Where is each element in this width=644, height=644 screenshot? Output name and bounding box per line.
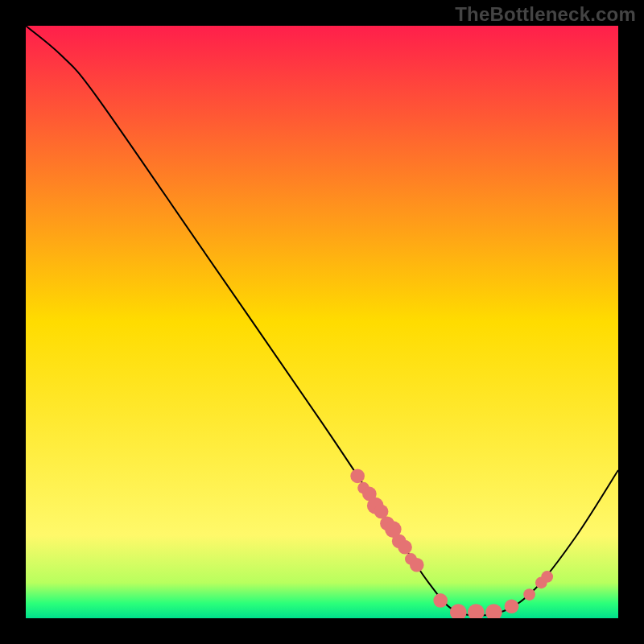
chart-svg (26, 26, 618, 618)
svg-point-1 (350, 469, 365, 484)
svg-point-16 (505, 599, 519, 613)
svg-rect-0 (26, 26, 618, 618)
svg-point-9 (398, 540, 412, 555)
svg-point-17 (523, 588, 535, 601)
chart-container: TheBottleneck.com (0, 0, 644, 644)
svg-point-19 (541, 571, 553, 583)
plot-area (26, 26, 618, 618)
svg-point-11 (410, 558, 424, 572)
watermark-text: TheBottleneck.com (455, 3, 636, 26)
svg-point-12 (433, 593, 448, 608)
